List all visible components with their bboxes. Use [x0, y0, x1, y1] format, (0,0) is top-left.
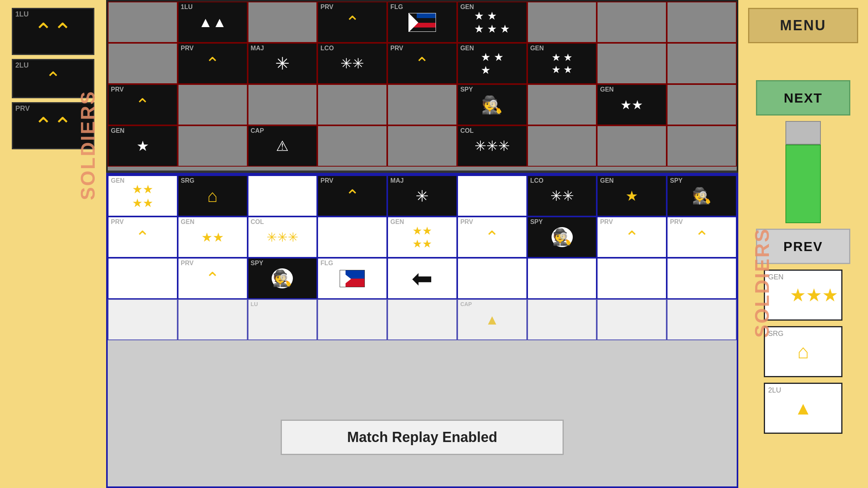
cell-b2c8[interactable]: PRV ⌃	[597, 216, 667, 258]
cell-r3c6[interactable]: SPY 🕵	[457, 84, 527, 125]
cell-b4c2[interactable]	[178, 299, 248, 340]
cell-b1c5[interactable]: MAJ ✳	[387, 175, 457, 216]
cell-r2c4[interactable]: LCO ✳✳	[317, 43, 387, 84]
cell-r3c9[interactable]	[667, 84, 737, 125]
cell-b3c1[interactable]	[108, 258, 178, 299]
soldiers-label-right: SOLDIERS	[751, 228, 774, 338]
soldiers-label-left: SOLDIERS	[77, 90, 99, 200]
notification-banner: Match Replay Enabled	[281, 420, 564, 455]
cell-r4c9[interactable]	[667, 125, 737, 167]
cell-b3c5[interactable]: ⬅	[387, 258, 457, 299]
cell-b1c2[interactable]: SRG ⌂	[178, 175, 248, 216]
cell-b4c5[interactable]	[387, 299, 457, 340]
cell-r2c9[interactable]	[667, 43, 737, 84]
cell-r4c8[interactable]	[597, 125, 667, 167]
cell-r2c1[interactable]	[108, 43, 178, 84]
menu-button[interactable]: MENU	[748, 8, 858, 43]
cell-b4c8[interactable]	[597, 299, 667, 340]
top-zone: 1LU ▲▲ PRV ⌃ FLG	[106, 0, 738, 173]
cell-b2c5[interactable]: GEN ★★★★	[387, 216, 457, 258]
cell-r4c7[interactable]	[527, 125, 597, 167]
cell-r2c6[interactable]: GEN ★ ★★	[457, 43, 527, 84]
cell-b1c4[interactable]: PRV ⌃	[317, 175, 387, 216]
cell-r3c7[interactable]	[527, 84, 597, 125]
cell-r4c5[interactable]	[387, 125, 457, 167]
cell-r1c6[interactable]: GEN ★ ★★ ★ ★	[457, 2, 527, 43]
cell-r1c9[interactable]	[667, 2, 737, 43]
cell-b4c6[interactable]: CAP ▲	[457, 299, 527, 340]
cell-b3c2[interactable]: PRV ⌃	[178, 258, 248, 299]
cell-b3c7[interactable]	[527, 258, 597, 299]
bottom-zone: GEN ★★★★ SRG ⌂ PRV ⌃ MAJ ✳ LCO ✳✳ GE	[106, 173, 738, 488]
cell-b1c8[interactable]: GEN ★	[597, 175, 667, 216]
cell-b3c9[interactable]	[667, 258, 737, 299]
cell-r4c6[interactable]: COL ✳✳✳	[457, 125, 527, 167]
left-sidebar: 1LU ⌃⌃ 2LU ⌃ PRV ⌃⌃ SOLDIERS	[0, 0, 106, 488]
cell-b3c4[interactable]: FLG	[317, 258, 387, 299]
cell-r3c1[interactable]: PRV ⌃	[108, 84, 178, 125]
cell-b4c1[interactable]	[108, 299, 178, 340]
cell-r1c3[interactable]	[248, 2, 318, 43]
prv-1lu-button[interactable]: 1LU ⌃⌃	[12, 8, 94, 55]
cell-b2c9[interactable]: PRV ⌃	[667, 216, 737, 258]
cell-b3c3[interactable]: SPY 🕵	[248, 258, 318, 299]
mini-card-gen: GEN ★★★	[764, 270, 842, 321]
cell-b3c8[interactable]	[597, 258, 667, 299]
cell-r3c4[interactable]	[317, 84, 387, 125]
cell-b1c1[interactable]: GEN ★★★★	[108, 175, 178, 216]
cell-r3c8[interactable]: GEN ★★	[597, 84, 667, 125]
cell-r2c7[interactable]: GEN ★ ★★ ★	[527, 43, 597, 84]
cell-b1c3[interactable]	[248, 175, 318, 216]
cell-b2c6[interactable]: PRV ⌃	[457, 216, 527, 258]
slider-handle[interactable]	[785, 121, 821, 145]
cell-b2c1[interactable]: PRV ⌃	[108, 216, 178, 258]
cell-b2c3[interactable]: COL ✳✳✳	[248, 216, 318, 258]
cell-r1c4[interactable]: PRV ⌃	[317, 2, 387, 43]
cell-r1c7[interactable]	[527, 2, 597, 43]
slider[interactable]	[785, 121, 821, 223]
main-board: 1LU ▲▲ PRV ⌃ FLG	[106, 0, 738, 488]
cell-r2c5[interactable]: PRV ⌃	[387, 43, 457, 84]
cell-b1c7[interactable]: LCO ✳✳	[527, 175, 597, 216]
cell-r2c2[interactable]: PRV ⌃	[178, 43, 248, 84]
cell-b4c4[interactable]	[317, 299, 387, 340]
cell-b4c3[interactable]: LU	[248, 299, 318, 340]
cell-r3c5[interactable]	[387, 84, 457, 125]
cell-r1c5[interactable]: FLG	[387, 2, 457, 43]
cell-b2c4[interactable]	[317, 216, 387, 258]
cell-r4c3[interactable]: CAP ⚠	[248, 125, 318, 167]
cell-b2c7[interactable]: SPY 🕵	[527, 216, 597, 258]
cell-b4c7[interactable]	[527, 299, 597, 340]
cell-r2c3[interactable]: MAJ ✳	[248, 43, 318, 84]
cell-b1c6[interactable]	[457, 175, 527, 216]
cell-r1c1[interactable]	[108, 2, 178, 43]
cell-r4c2[interactable]	[178, 125, 248, 167]
cell-b1c9[interactable]: SPY 🕵	[667, 175, 737, 216]
cell-b2c2[interactable]: GEN ★★	[178, 216, 248, 258]
cell-r1c8[interactable]	[597, 2, 667, 43]
mini-card-2lu: 2LU ▲	[764, 383, 842, 434]
slider-track	[785, 145, 821, 223]
cell-b3c6[interactable]	[457, 258, 527, 299]
right-sidebar: MENU NEXT PREV GEN ★★★ SRG ⌂ 2LU ▲ SOLDI…	[738, 0, 868, 488]
cell-r4c1[interactable]: GEN ★	[108, 125, 178, 167]
cell-r3c2[interactable]	[178, 84, 248, 125]
cell-r3c3[interactable]	[248, 84, 318, 125]
cell-r4c4[interactable]	[317, 125, 387, 167]
mini-card-srg: SRG ⌂	[764, 326, 842, 377]
cell-r1c2[interactable]: 1LU ▲▲	[178, 2, 248, 43]
cell-b4c9[interactable]	[667, 299, 737, 340]
next-button[interactable]: NEXT	[756, 80, 850, 116]
cell-r2c8[interactable]	[597, 43, 667, 84]
